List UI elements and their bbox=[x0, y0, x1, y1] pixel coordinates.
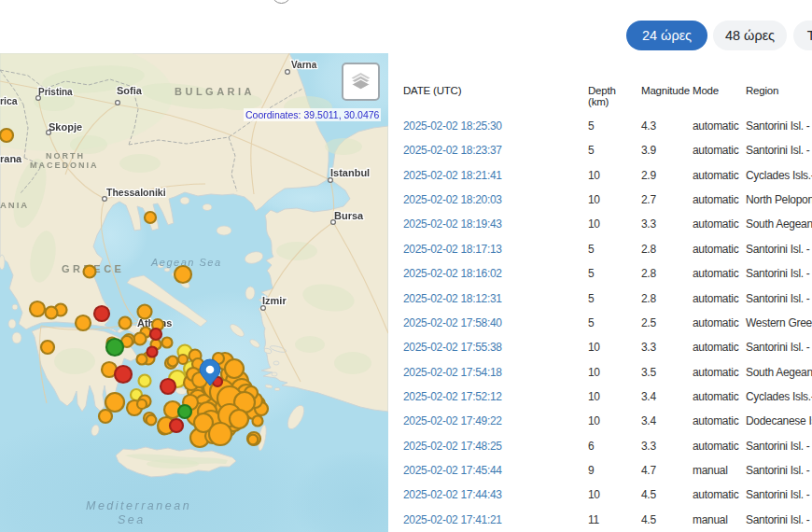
svg-text:MACEDONIA: MACEDONIA bbox=[30, 161, 99, 170]
svg-text:Sofia: Sofia bbox=[117, 85, 143, 96]
svg-text:Pristina: Pristina bbox=[38, 87, 73, 97]
svg-text:Skopje: Skopje bbox=[49, 121, 82, 133]
svg-text:Varna: Varna bbox=[291, 60, 317, 70]
svg-text:rana: rana bbox=[0, 153, 22, 164]
svg-text:rica: rica bbox=[0, 95, 18, 106]
svg-text:Thessaloniki: Thessaloniki bbox=[106, 187, 166, 198]
svg-text:NORTH: NORTH bbox=[46, 151, 85, 161]
svg-text:Istanbul: Istanbul bbox=[330, 167, 370, 178]
svg-text:BULGARIA: BULGARIA bbox=[175, 86, 255, 97]
svg-text:Sea: Sea bbox=[118, 513, 146, 526]
svg-text:Izmir: Izmir bbox=[262, 295, 287, 306]
svg-text:Bursa: Bursa bbox=[334, 210, 364, 221]
svg-text:Mediterranean: Mediterranean bbox=[86, 499, 191, 512]
svg-text:ANIA: ANIA bbox=[0, 200, 29, 210]
